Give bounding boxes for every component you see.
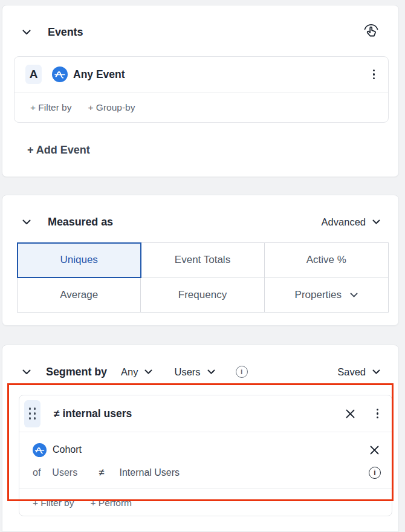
measured-as-grid: Uniques Event Totals Active % Average Fr… — [17, 242, 389, 313]
event-row: A Any Event — [15, 57, 388, 92]
property-type-label[interactable]: Cohort — [53, 444, 82, 455]
event-name[interactable]: Any Event — [73, 68, 125, 81]
events-header: Events — [22, 21, 380, 43]
advanced-label: Advanced — [322, 216, 366, 228]
drag-handle-icon[interactable] — [24, 400, 40, 427]
metric-frequency[interactable]: Frequency — [141, 277, 264, 312]
segment-by-panel: Segment by Any Users i Saved — [2, 345, 399, 532]
metric-active-pct[interactable]: Active % — [265, 243, 388, 277]
close-icon[interactable] — [368, 444, 381, 456]
match-any-dropdown[interactable]: Any — [121, 366, 152, 378]
info-icon[interactable]: i — [369, 467, 381, 479]
segment-by-title: Segment by — [46, 366, 107, 378]
event-letter-badge: A — [25, 65, 42, 84]
chevron-down-icon[interactable] — [22, 219, 31, 225]
metric-uniques[interactable]: Uniques — [18, 243, 141, 277]
metric-label: Event Totals — [175, 254, 230, 266]
match-any-label: Any — [121, 366, 138, 378]
advanced-dropdown[interactable]: Advanced — [322, 216, 380, 228]
amplitude-logo-icon — [52, 66, 68, 82]
event-actions: + Filter by + Group-by — [15, 92, 388, 122]
entity-users-label: Users — [174, 366, 200, 378]
segment-card-body: Cohort of Users ≠ Internal Users i — [19, 432, 392, 484]
segment-card-header: ≠ internal users — [19, 395, 392, 432]
segment-by-header: Segment by Any Users i Saved — [22, 361, 380, 383]
add-event-button[interactable]: + Add Event — [27, 144, 90, 157]
events-panel: Events A Any Event — [2, 5, 399, 177]
chevron-down-icon — [207, 369, 215, 374]
chevron-down-icon[interactable] — [22, 369, 31, 375]
cohort-row: Cohort — [33, 438, 381, 461]
chevron-down-icon — [372, 219, 380, 224]
metric-label: Uniques — [60, 254, 97, 266]
filter-by-button[interactable]: + Filter by — [30, 102, 71, 113]
clause-prefix: of — [33, 467, 40, 478]
metric-label: Average — [60, 289, 98, 301]
metric-label: Properties — [295, 289, 342, 301]
measured-as-title: Measured as — [48, 216, 113, 229]
entity-users-dropdown[interactable]: Users — [174, 366, 215, 378]
group-by-button[interactable]: + Group-by — [88, 102, 135, 113]
clause-value[interactable]: Internal Users — [119, 467, 180, 478]
measured-as-header: Measured as Advanced — [22, 211, 380, 233]
chevron-down-icon — [350, 293, 358, 297]
event-card: A Any Event + Filter by + Group-by — [14, 56, 389, 123]
saved-label: Saved — [337, 366, 366, 378]
filter-by-button[interactable]: + Filter by — [33, 498, 74, 508]
query-builder: Events A Any Event — [0, 0, 405, 532]
clause-subject[interactable]: Users — [52, 467, 77, 478]
chevron-down-icon — [144, 369, 152, 374]
drag-dots — [29, 407, 36, 420]
metric-label: Active % — [306, 254, 346, 266]
chevron-down-icon — [372, 369, 380, 374]
tap-gesture-icon[interactable] — [362, 23, 380, 41]
clause-row: of Users ≠ Internal Users i — [33, 461, 381, 484]
perform-button[interactable]: + Perform — [90, 498, 131, 508]
info-icon[interactable]: i — [236, 366, 248, 378]
saved-dropdown[interactable]: Saved — [337, 366, 380, 378]
measured-as-panel: Measured as Advanced Uniques Event Total… — [2, 195, 399, 326]
metric-event-totals[interactable]: Event Totals — [141, 243, 264, 277]
metric-label: Frequency — [178, 289, 227, 301]
kebab-menu-icon[interactable] — [373, 406, 382, 421]
kebab-menu-icon[interactable] — [369, 67, 378, 82]
segment-name[interactable]: ≠ internal users — [54, 407, 132, 420]
segment-card: ≠ internal users Cohort — [19, 395, 392, 516]
segment-card-actions: + Filter by + Perform — [19, 488, 392, 517]
close-icon[interactable] — [344, 407, 357, 420]
metric-properties[interactable]: Properties — [265, 277, 388, 312]
metric-average[interactable]: Average — [18, 277, 141, 312]
amplitude-logo-icon — [33, 443, 47, 457]
chevron-down-icon[interactable] — [22, 30, 31, 35]
clause-operator[interactable]: ≠ — [99, 467, 104, 479]
events-title: Events — [48, 26, 83, 39]
